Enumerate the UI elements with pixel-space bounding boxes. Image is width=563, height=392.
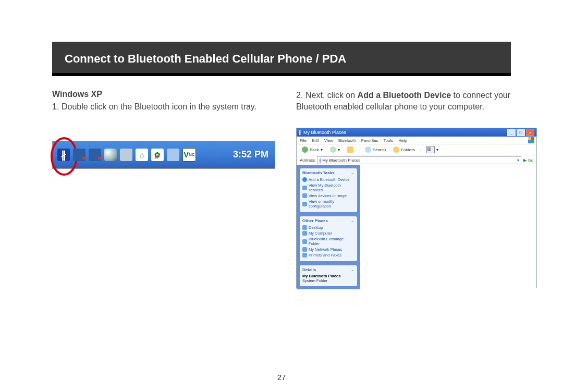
home-icon[interactable]: ⌂ [136, 149, 148, 161]
link-label: My Computer [309, 231, 332, 236]
printers-faxes-link[interactable]: Printers and Faxes [302, 252, 354, 258]
desktop-link[interactable]: Desktop [302, 225, 354, 230]
link-label: Bluetooth Exchange Folder [309, 237, 354, 246]
system-tray: ∦ ⌂ ✿ VNC 3:52 PM [53, 141, 275, 168]
link-icon [302, 186, 307, 190]
add-icon [302, 177, 307, 182]
link-icon [302, 193, 307, 198]
folders-icon [393, 146, 399, 153]
link-label: Add a Bluetooth Device [309, 177, 349, 182]
link-icon [302, 231, 307, 236]
views-button[interactable]: ▥▾ [424, 145, 440, 154]
address-value: My Bluetooth Places [322, 158, 360, 163]
bluetooth-icon: ∦ [319, 158, 321, 163]
details-panel: Details⌄ My Bluetooth Places System Fold… [300, 265, 357, 286]
section-header: Connect to Bluetooth Enabled Cellular Ph… [52, 42, 511, 76]
link-icon [302, 247, 307, 252]
bluetooth-tray-icon[interactable]: ∦ [57, 149, 70, 161]
os-label: Windows XP [52, 90, 275, 99]
scheduler-icon[interactable] [167, 149, 179, 161]
address-field[interactable]: ∦ My Bluetooth Places ▾ [317, 156, 521, 164]
details-text: My Bluetooth Places System Folder [302, 274, 354, 283]
step-1-text: Double click on the Bluetooth icon in th… [62, 102, 256, 111]
step-2-pre: Next, click on [305, 91, 358, 100]
up-icon [347, 146, 353, 153]
network-places-link[interactable]: My Network Places [302, 247, 354, 252]
back-icon [302, 146, 308, 153]
menu-favorites[interactable]: Favorites [361, 138, 378, 143]
explorer-window: ∦ My Bluetooth Places _ □ × File Edit Vi… [296, 128, 537, 288]
step-2-bold: Add a Bluetooth Device [358, 91, 451, 100]
panel-header[interactable]: Other Places⌄ [302, 218, 354, 223]
menu-help[interactable]: Help [398, 138, 407, 143]
menu-bar: File Edit View Bluetooth Favorites Tools… [297, 137, 536, 144]
content-pane[interactable] [360, 165, 536, 289]
page-number: 27 [0, 373, 563, 382]
view-config-link[interactable]: View or modify configuration [302, 199, 354, 209]
link-icon [302, 253, 307, 258]
step-2: 2.Next, click on Add a Bluetooth Device … [296, 90, 537, 112]
chevron-icon: ⌄ [351, 170, 354, 175]
panel-header[interactable]: Details⌄ [302, 267, 354, 272]
folders-label: Folders [401, 148, 415, 152]
go-button[interactable]: ▶ Go [523, 158, 533, 163]
up-button[interactable] [345, 146, 356, 153]
close-button[interactable]: × [526, 129, 534, 136]
link-label: Desktop [309, 225, 323, 230]
forward-icon [330, 146, 336, 153]
details-name: My Bluetooth Places [302, 274, 340, 278]
link-label: My Network Places [309, 247, 342, 252]
link-label: View or modify configuration [309, 199, 354, 209]
menu-bluetooth[interactable]: Bluetooth [338, 138, 356, 143]
link-label: Printers and Faxes [309, 253, 341, 258]
printer-icon[interactable] [120, 149, 132, 161]
view-services-link[interactable]: View My Bluetooth services [302, 182, 354, 193]
link-icon [302, 202, 307, 206]
menu-file[interactable]: File [300, 138, 307, 143]
add-bluetooth-device-link[interactable]: Add a Bluetooth Device [302, 177, 354, 182]
network-disconnected-icon-2[interactable] [89, 149, 101, 161]
link-label: View devices in range [309, 193, 347, 198]
step-2-number: 2. [296, 90, 305, 101]
panel-title: Details [302, 267, 316, 272]
window-titlebar[interactable]: ∦ My Bluetooth Places _ □ × [297, 128, 536, 137]
back-label: Back [310, 148, 319, 152]
windows-logo-icon [528, 137, 534, 143]
search-icon [365, 146, 371, 153]
link-icon [302, 225, 307, 230]
chevron-icon: ⌄ [351, 218, 354, 223]
system-clock[interactable]: 3:52 PM [233, 149, 268, 160]
menu-view[interactable]: View [324, 138, 333, 143]
content-columns: Windows XP 1.Double click on the Bluetoo… [52, 90, 511, 288]
left-column: Windows XP 1.Double click on the Bluetoo… [52, 90, 275, 288]
folders-button[interactable]: Folders [391, 146, 417, 153]
right-column: 2.Next, click on Add a Bluetooth Device … [296, 90, 537, 288]
search-label: Search [373, 148, 386, 152]
maximize-button[interactable]: □ [517, 129, 525, 136]
av-icon[interactable]: ✿ [151, 149, 164, 161]
panel-title: Bluetooth Tasks [302, 170, 335, 175]
window-body: Bluetooth Tasks⌄ Add a Bluetooth Device … [297, 165, 536, 289]
forward-button[interactable]: ▾ [328, 146, 342, 153]
address-bar: Address ∦ My Bluetooth Places ▾ ▶ Go [297, 155, 536, 165]
system-tray-illustration: ∦ ⌂ ✿ VNC 3:52 PM [52, 141, 275, 169]
link-icon [302, 239, 307, 244]
other-places-panel: Other Places⌄ Desktop My Computer Blueto… [300, 216, 357, 261]
details-type: System Folder [302, 278, 327, 283]
panel-header[interactable]: Bluetooth Tasks⌄ [302, 170, 354, 175]
menu-tools[interactable]: Tools [384, 138, 394, 143]
search-button[interactable]: Search [363, 146, 388, 153]
minimize-button[interactable]: _ [507, 129, 516, 136]
menu-edit[interactable]: Edit [312, 138, 319, 143]
exchange-folder-link[interactable]: Bluetooth Exchange Folder [302, 236, 354, 247]
my-computer-link[interactable]: My Computer [302, 230, 354, 236]
address-label: Address [300, 158, 315, 163]
side-panel: Bluetooth Tasks⌄ Add a Bluetooth Device … [297, 165, 360, 289]
view-range-link[interactable]: View devices in range [302, 193, 354, 199]
disc-icon[interactable] [104, 149, 117, 161]
vnc-icon[interactable]: VNC [182, 148, 196, 162]
go-label: Go [528, 158, 533, 163]
network-disconnected-icon[interactable] [73, 149, 85, 161]
back-button[interactable]: Back ▾ [300, 146, 325, 153]
bluetooth-icon: ∦ [299, 130, 301, 135]
